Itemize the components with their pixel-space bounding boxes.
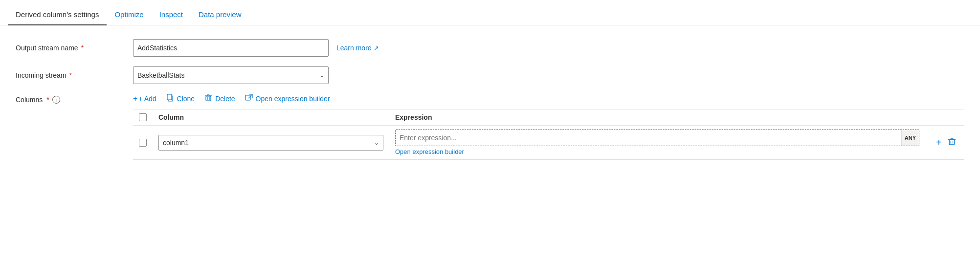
table-body: column1 ⌄ ANY — [133, 126, 964, 160]
tab-data-preview[interactable]: Data preview — [191, 4, 249, 25]
clone-button[interactable]: Clone — [166, 94, 195, 103]
expression-input[interactable] — [396, 130, 901, 146]
clone-icon — [166, 94, 174, 103]
expression-header: Expression — [389, 109, 925, 126]
delete-row-button[interactable] — [947, 136, 957, 149]
open-external-icon — [245, 94, 253, 103]
open-expression-builder-toolbar-button[interactable]: Open expression builder — [245, 94, 330, 103]
column-select[interactable]: column1 ⌄ — [158, 135, 383, 151]
delete-button[interactable]: Delete — [204, 94, 235, 103]
output-stream-required: * — [81, 44, 84, 52]
add-row-icon: + — [936, 137, 942, 148]
tab-optimize[interactable]: Optimize — [107, 4, 151, 25]
svg-rect-11 — [949, 140, 955, 145]
chevron-down-icon: ⌄ — [319, 72, 324, 79]
columns-section: Columns * i + + Add — [16, 94, 964, 160]
row-checkbox[interactable] — [139, 139, 147, 147]
table-row: column1 ⌄ ANY — [133, 126, 964, 160]
column-name-cell: column1 ⌄ — [153, 126, 389, 160]
delete-row-icon — [948, 137, 956, 148]
output-stream-row: Output stream name * Learn more ↗ — [16, 39, 964, 57]
output-stream-input[interactable] — [133, 39, 329, 57]
expression-cell: ANY Open expression builder — [389, 126, 925, 160]
incoming-stream-control: BasketballStats ⌄ — [133, 66, 329, 84]
column-header: Column — [153, 109, 389, 126]
delete-icon — [204, 94, 212, 103]
svg-rect-9 — [245, 95, 250, 100]
add-icon: + — [133, 94, 137, 103]
select-all-checkbox[interactable] — [139, 113, 147, 121]
svg-rect-2 — [206, 96, 211, 101]
table-header-row: Column Expression — [133, 109, 964, 126]
incoming-stream-required: * — [69, 71, 71, 79]
columns-content: + + Add Clone — [133, 94, 964, 160]
columns-label-row: Columns * i + + Add — [16, 94, 964, 160]
checkbox-header — [133, 109, 153, 126]
row-actions: + — [935, 136, 958, 149]
actions-header — [925, 109, 964, 126]
output-stream-control: Learn more ↗ — [133, 39, 379, 57]
tab-inspect[interactable]: Inspect — [152, 4, 191, 25]
open-expression-builder-row-link[interactable]: Open expression builder — [395, 148, 919, 155]
external-link-icon: ↗ — [374, 44, 379, 52]
columns-required: * — [46, 96, 49, 104]
columns-info-icon[interactable]: i — [52, 96, 60, 104]
incoming-stream-row: Incoming stream * BasketballStats ⌄ — [16, 66, 964, 84]
incoming-stream-label: Incoming stream * — [16, 71, 133, 79]
any-badge: ANY — [901, 130, 919, 146]
expression-field-wrapper: ANY Open expression builder — [395, 129, 919, 155]
table-header: Column Expression — [133, 109, 964, 126]
add-row-button[interactable]: + — [935, 136, 943, 149]
incoming-stream-select[interactable]: BasketballStats ⌄ — [133, 66, 329, 84]
add-button[interactable]: + + Add — [133, 94, 156, 103]
columns-toolbar: + + Add Clone — [133, 94, 964, 103]
expression-input-row: ANY — [395, 129, 919, 146]
columns-table: Column Expression column1 — [133, 109, 964, 160]
expression-input-wrapper: ANY — [395, 129, 919, 146]
column-chevron-icon: ⌄ — [374, 139, 379, 146]
learn-more-link[interactable]: Learn more ↗ — [336, 44, 379, 52]
row-actions-cell: + — [925, 126, 964, 160]
output-stream-label: Output stream name * — [16, 44, 133, 52]
columns-label: Columns * i — [16, 94, 133, 104]
svg-rect-1 — [167, 94, 172, 100]
main-content: Output stream name * Learn more ↗ Incomi… — [0, 25, 980, 173]
tabs-bar: Derived column's settings Optimize Inspe… — [0, 0, 980, 25]
tab-settings[interactable]: Derived column's settings — [8, 4, 107, 25]
row-checkbox-cell — [133, 126, 153, 160]
